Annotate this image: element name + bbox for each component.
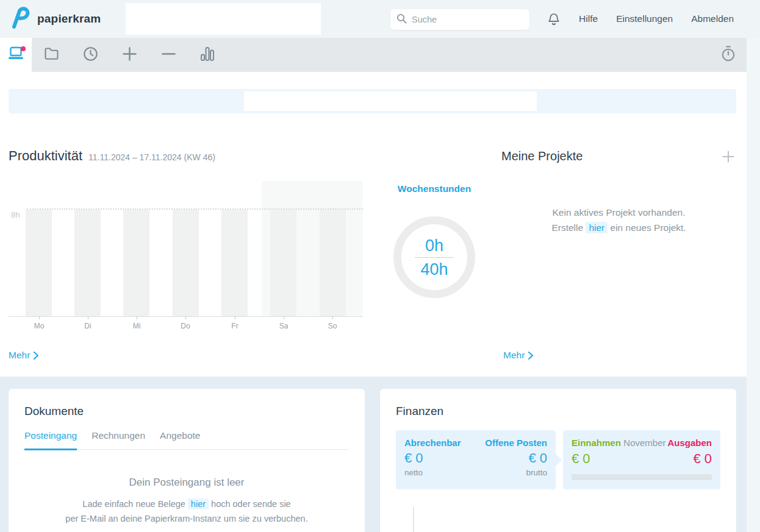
info-banner (9, 89, 736, 113)
inbox-empty-line1-suffix: hoch oder sende sie (211, 499, 291, 509)
day-bar-mi (123, 210, 149, 316)
header-menu: Hilfe Einstellungen Abmelden (547, 0, 734, 38)
add-project-plus-icon (722, 151, 734, 163)
projects-title: Meine Projekte (501, 149, 583, 163)
add-project-button[interactable] (722, 150, 735, 163)
logout-link[interactable]: Abmelden (691, 13, 734, 24)
axis-tick (284, 316, 284, 319)
day-bar-fr (221, 210, 248, 316)
projects-more-link[interactable]: Mehr (503, 350, 534, 361)
week-hours-gauge: 0h 40h (393, 216, 475, 298)
tab-posteingang[interactable]: Posteingang (24, 430, 77, 450)
day-bar-mo (26, 210, 52, 316)
finances-chart-axis (413, 507, 414, 532)
billable-label: Abrechenbar (404, 438, 461, 448)
week-hours-target: 40h (420, 260, 448, 278)
papierkram-logo[interactable]: papierkram (7, 0, 101, 38)
day-label-mi: Mi (124, 322, 149, 330)
stopwatch-icon (720, 45, 736, 65)
search-input[interactable] (412, 15, 515, 24)
billable-box[interactable]: Abrechenbar Offene Posten € 0 € 0 netto … (396, 430, 556, 489)
billable-value: € 0 (404, 450, 423, 466)
axis-tick (332, 316, 333, 319)
projects-empty-line1: Kein aktives Projekt vorhanden. (553, 207, 686, 218)
expenses-label: Ausgaben (667, 438, 712, 448)
projects-empty-state: Kein aktives Projekt vorhanden. Erstelle… (501, 205, 736, 235)
gauge-divider (415, 257, 454, 258)
tab-projects[interactable] (32, 38, 71, 72)
projects-empty-line2-suffix: ein neues Projekt. (611, 222, 686, 233)
folder-icon (44, 47, 59, 63)
axis-tick (185, 316, 186, 319)
tab-reports[interactable] (188, 38, 227, 72)
more-label: Mehr (9, 350, 30, 361)
day-bar-sa (270, 210, 296, 316)
minus-icon (161, 46, 176, 64)
tab-dashboard[interactable] (0, 38, 32, 72)
tab-add-income[interactable] (110, 38, 149, 72)
more-label: Mehr (503, 350, 525, 361)
finances-summary: Abrechenbar Offene Posten € 0 € 0 netto … (396, 430, 720, 489)
day-label-do: Do (173, 322, 198, 330)
timer-button[interactable] (720, 38, 736, 72)
redacted-header-panel (126, 3, 321, 35)
main-toolbar (0, 38, 747, 72)
productivity-header: Produktivität 11.11.2024 – 17.11.2024 (K… (9, 148, 215, 164)
papierkram-dashboard: papierkram Hilfe Einstellungen Abmelden (0, 0, 760, 532)
income-month-labels: Einnahmen November (572, 438, 666, 449)
tab-add-expense[interactable] (149, 38, 188, 72)
axis-tick (235, 316, 235, 319)
notification-dot (21, 46, 26, 51)
week-hours-title: Wochenstunden (385, 183, 484, 194)
day-bar-so (320, 210, 346, 316)
month-finance-box[interactable]: Einnahmen November Ausgaben € 0 € 0 (563, 430, 720, 489)
papierkram-logo-icon (7, 5, 32, 32)
expenses-value: € 0 (693, 451, 712, 467)
settings-link[interactable]: Einstellungen (616, 13, 673, 24)
documents-tabs: Posteingang Rechnungen Angebote (24, 430, 349, 450)
chevron-right-icon (33, 351, 39, 360)
axis-tick (137, 316, 137, 319)
day-label-di: Di (76, 322, 100, 330)
chevron-right-icon (528, 351, 534, 360)
finances-title: Finanzen (396, 405, 720, 418)
day-bar-do (173, 210, 199, 316)
search-bar[interactable] (390, 9, 529, 30)
week-hours-current: 0h (425, 236, 443, 255)
inbox-empty-line1-prefix: Lade einfach neue Belege (82, 499, 185, 509)
plus-icon (122, 46, 137, 64)
search-icon (396, 13, 407, 26)
help-link[interactable]: Hilfe (579, 13, 598, 24)
create-project-link[interactable]: hier (586, 222, 608, 233)
tab-angebote[interactable]: Angebote (160, 430, 200, 449)
brand-name: papierkram (37, 12, 101, 26)
day-label-sa: Sa (271, 322, 296, 330)
income-label: Einnahmen (572, 438, 621, 448)
projects-empty-line2-prefix: Erstelle (551, 222, 583, 233)
income-expense-progress-bar (572, 474, 712, 480)
axis-tick (39, 316, 40, 319)
inbox-empty-title: Dein Posteingang ist leer (24, 477, 349, 489)
right-gutter (747, 38, 760, 532)
inbox-empty-state: Dein Posteingang ist leer Lade einfach n… (24, 477, 349, 526)
documents-card: Dokumente Posteingang Rechnungen Angebot… (9, 389, 365, 532)
open-items-label: Offene Posten (485, 438, 547, 448)
tab-rechnungen[interactable]: Rechnungen (91, 430, 145, 449)
tab-time-tracking[interactable] (71, 38, 110, 72)
finances-card: Finanzen Abrechenbar Offene Posten € 0 €… (380, 389, 736, 532)
day-label-mo: Mo (27, 322, 51, 330)
axis-tick (88, 316, 88, 319)
app-header: papierkram Hilfe Einstellungen Abmelden (0, 0, 760, 38)
clock-icon (83, 46, 98, 64)
productivity-more-link[interactable]: Mehr (9, 350, 39, 361)
open-items-value: € 0 (528, 450, 547, 466)
income-value: € 0 (572, 451, 590, 467)
day-label-fr: Fr (223, 322, 247, 330)
productivity-date-range: 11.11.2024 – 17.11.2024 (KW 46) (88, 152, 215, 162)
upload-receipt-link[interactable]: hier (188, 498, 209, 509)
day-label-so: So (320, 322, 345, 330)
redacted-banner-content (244, 91, 537, 111)
productivity-title: Produktivität (9, 148, 82, 164)
notifications-bell-icon[interactable] (547, 12, 561, 26)
inbox-empty-line2: per E-Mail an deine Papierkram-Instanz u… (65, 514, 307, 523)
